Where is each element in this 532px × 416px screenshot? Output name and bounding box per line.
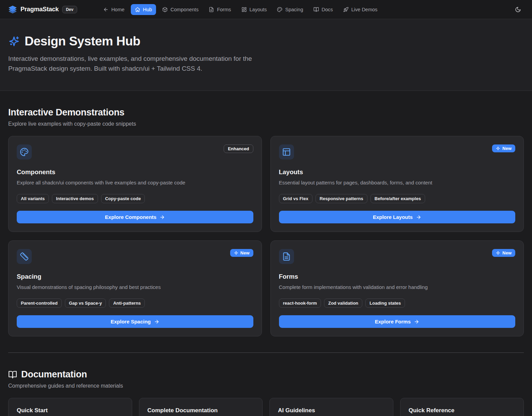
card-description: Complete form implementations with valid…: [279, 283, 516, 291]
card-description: Explore all shadcn/ui components with li…: [17, 179, 253, 186]
page-description: Interactive demonstrations, live example…: [8, 54, 261, 73]
nav-item-spacing[interactable]: Spacing: [273, 4, 307, 15]
tag: react-hook-form: [279, 299, 321, 308]
tag: Parent-controlled: [17, 299, 62, 308]
docs-section: Documentation Comprehensive guides and r…: [8, 369, 524, 416]
doc-card-complete-documentation[interactable]: Complete Documentation Full design syste…: [139, 398, 263, 416]
panels-top-left-icon: [279, 144, 294, 160]
sparkles-icon: [496, 146, 500, 151]
main-content: Interactive Demonstrations Explore live …: [0, 107, 532, 416]
hero-section: Design System Hub Interactive demonstrat…: [0, 19, 532, 91]
nav-item-live-demos[interactable]: Live Demos: [339, 4, 382, 15]
tag: Before/after examples: [370, 194, 425, 203]
book-open-icon: [313, 7, 319, 12]
new-badge: New: [230, 249, 253, 257]
nav-item-components[interactable]: Components: [158, 4, 202, 15]
explore-spacing-button[interactable]: Explore Spacing: [17, 315, 253, 328]
demos-section: Interactive Demonstrations Explore live …: [8, 107, 524, 336]
doc-card-ai-guidelines[interactable]: AI Guidelines Rules for AI code generati…: [269, 398, 393, 416]
demo-card-forms: New Forms Complete form implementations …: [270, 240, 524, 336]
nav-item-forms[interactable]: Forms: [205, 4, 235, 15]
tag-row: Grid vs Flex Responsive patterns Before/…: [279, 194, 516, 203]
card-title: Components: [17, 168, 253, 176]
palette-icon: [17, 144, 32, 160]
doc-card-title: Quick Reference: [409, 407, 516, 414]
tag: All variants: [17, 194, 49, 203]
home-icon: [135, 7, 140, 12]
nav-items: Home Hub Components Forms Layouts: [99, 4, 503, 15]
tag: Grid vs Flex: [279, 194, 312, 203]
enhanced-badge: Enhanced: [224, 144, 253, 153]
doc-card-quick-reference[interactable]: Quick Reference Cheat sheet for lookups: [400, 398, 524, 416]
docs-subtitle: Comprehensive guides and reference mater…: [8, 383, 524, 389]
new-badge: New: [492, 144, 515, 152]
tag-row: All variants Interactive demos Copy-past…: [17, 194, 253, 203]
tag: Gap vs Space-y: [65, 299, 106, 308]
ruler-icon: [17, 249, 32, 264]
dev-badge: Dev: [62, 6, 77, 13]
tag: Loading states: [365, 299, 405, 308]
nav-item-layouts[interactable]: Layouts: [237, 4, 271, 15]
tag: Zod validation: [324, 299, 362, 308]
card-description: Visual demonstrations of spacing philoso…: [17, 283, 253, 291]
nav-item-home[interactable]: Home: [99, 4, 129, 15]
doc-card-grid: Quick Start 5-minute crash course Comple…: [8, 398, 524, 416]
tag: Responsive patterns: [316, 194, 367, 203]
demo-card-components: Enhanced Components Explore all shadcn/u…: [8, 136, 262, 232]
sparkles-icon: [234, 251, 238, 255]
explore-components-button[interactable]: Explore Components: [17, 211, 253, 223]
doc-card-title: Quick Start: [17, 407, 124, 414]
tag-row: Parent-controlled Gap vs Space-y Anti-pa…: [17, 299, 253, 308]
section-divider: [8, 352, 524, 353]
new-badge: New: [492, 249, 515, 257]
file-text-icon: [279, 249, 294, 264]
rocket-icon: [343, 7, 349, 12]
tag: Interactive demos: [52, 194, 98, 203]
demos-subtitle: Explore live examples with copy-paste co…: [8, 121, 524, 127]
brand-name: PragmaStack: [20, 6, 59, 13]
moon-icon: [515, 6, 521, 13]
nav-item-hub[interactable]: Hub: [131, 4, 156, 15]
card-title: Forms: [279, 273, 516, 280]
brand[interactable]: PragmaStack Dev: [8, 5, 77, 14]
page-title: Design System Hub: [25, 34, 140, 48]
demos-heading: Interactive Demonstrations: [8, 107, 524, 118]
tag: Copy-paste code: [101, 194, 145, 203]
docs-heading: Documentation: [8, 369, 524, 380]
tag-row: react-hook-form Zod validation Loading s…: [279, 299, 516, 308]
demo-card-grid: Enhanced Components Explore all shadcn/u…: [8, 136, 524, 336]
doc-card-title: AI Guidelines: [278, 407, 385, 414]
theme-toggle-button[interactable]: [512, 4, 524, 15]
card-title: Spacing: [17, 273, 253, 280]
doc-card-title: Complete Documentation: [148, 407, 254, 414]
sparkles-icon: [8, 36, 20, 47]
tag: Anti-patterns: [109, 299, 145, 308]
card-title: Layouts: [279, 168, 516, 176]
card-description: Essential layout patterns for pages, das…: [279, 179, 516, 186]
arrow-right-icon: [416, 214, 421, 220]
book-open-icon: [8, 370, 17, 379]
demo-card-spacing: New Spacing Visual demonstrations of spa…: [8, 240, 262, 336]
box-icon: [162, 7, 168, 12]
arrow-right-icon: [154, 319, 159, 324]
explore-layouts-button[interactable]: Explore Layouts: [279, 211, 516, 223]
doc-card-quick-start[interactable]: Quick Start 5-minute crash course: [8, 398, 132, 416]
arrow-right-icon: [159, 214, 165, 220]
explore-forms-button[interactable]: Explore Forms: [279, 315, 516, 328]
arrow-left-icon: [103, 7, 109, 12]
layout-dashboard-icon: [241, 7, 247, 12]
sparkles-icon: [496, 251, 500, 255]
demo-card-layouts: New Layouts Essential layout patterns fo…: [270, 136, 524, 232]
file-text-icon: [209, 7, 214, 12]
arrow-right-icon: [414, 319, 419, 324]
top-navbar: PragmaStack Dev Home Hub Components Fo: [0, 0, 532, 19]
layers-logo-icon: [8, 5, 17, 14]
nav-item-docs[interactable]: Docs: [309, 4, 337, 15]
palette-icon: [277, 7, 282, 12]
